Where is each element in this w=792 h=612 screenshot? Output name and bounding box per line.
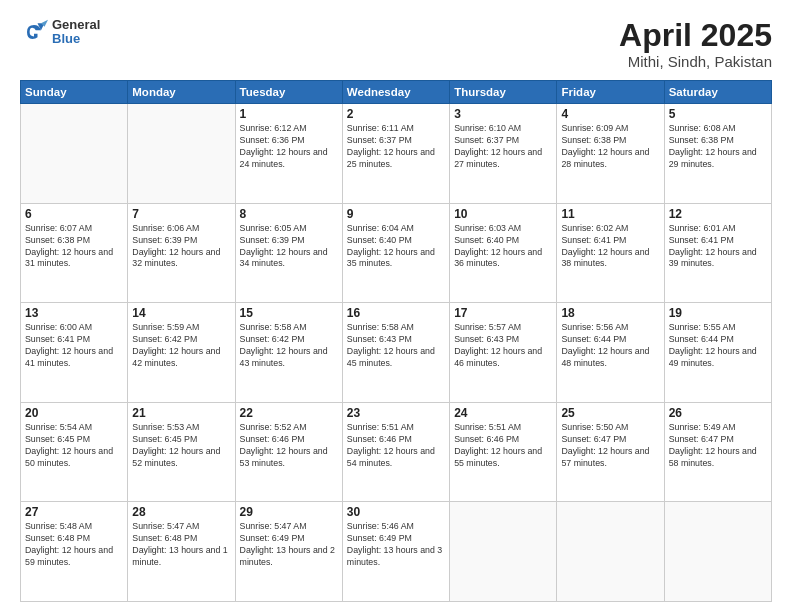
day-info: Sunrise: 6:07 AMSunset: 6:38 PMDaylight:… — [25, 223, 123, 271]
weekday-header-sunday: Sunday — [21, 81, 128, 104]
day-number: 27 — [25, 505, 123, 519]
day-info: Sunrise: 5:50 AMSunset: 6:47 PMDaylight:… — [561, 422, 659, 470]
calendar-cell: 6Sunrise: 6:07 AMSunset: 6:38 PMDaylight… — [21, 203, 128, 303]
day-number: 10 — [454, 207, 552, 221]
header: General Blue April 2025 Mithi, Sindh, Pa… — [20, 18, 772, 70]
day-info: Sunrise: 6:05 AMSunset: 6:39 PMDaylight:… — [240, 223, 338, 271]
day-info: Sunrise: 6:02 AMSunset: 6:41 PMDaylight:… — [561, 223, 659, 271]
day-info: Sunrise: 6:00 AMSunset: 6:41 PMDaylight:… — [25, 322, 123, 370]
calendar-cell: 23Sunrise: 5:51 AMSunset: 6:46 PMDayligh… — [342, 402, 449, 502]
calendar-cell: 13Sunrise: 6:00 AMSunset: 6:41 PMDayligh… — [21, 303, 128, 403]
day-number: 18 — [561, 306, 659, 320]
weekday-header-tuesday: Tuesday — [235, 81, 342, 104]
logo: General Blue — [20, 18, 100, 47]
calendar-cell: 27Sunrise: 5:48 AMSunset: 6:48 PMDayligh… — [21, 502, 128, 602]
day-number: 9 — [347, 207, 445, 221]
logo-general-text: General — [52, 18, 100, 32]
calendar-cell: 22Sunrise: 5:52 AMSunset: 6:46 PMDayligh… — [235, 402, 342, 502]
calendar-cell: 2Sunrise: 6:11 AMSunset: 6:37 PMDaylight… — [342, 104, 449, 204]
calendar-week-row: 13Sunrise: 6:00 AMSunset: 6:41 PMDayligh… — [21, 303, 772, 403]
day-number: 28 — [132, 505, 230, 519]
calendar-cell: 29Sunrise: 5:47 AMSunset: 6:49 PMDayligh… — [235, 502, 342, 602]
calendar-cell: 19Sunrise: 5:55 AMSunset: 6:44 PMDayligh… — [664, 303, 771, 403]
calendar-cell: 3Sunrise: 6:10 AMSunset: 6:37 PMDaylight… — [450, 104, 557, 204]
calendar-cell: 20Sunrise: 5:54 AMSunset: 6:45 PMDayligh… — [21, 402, 128, 502]
day-number: 22 — [240, 406, 338, 420]
calendar-cell: 15Sunrise: 5:58 AMSunset: 6:42 PMDayligh… — [235, 303, 342, 403]
day-number: 30 — [347, 505, 445, 519]
calendar-cell: 25Sunrise: 5:50 AMSunset: 6:47 PMDayligh… — [557, 402, 664, 502]
day-info: Sunrise: 5:52 AMSunset: 6:46 PMDaylight:… — [240, 422, 338, 470]
calendar-cell — [664, 502, 771, 602]
day-info: Sunrise: 5:57 AMSunset: 6:43 PMDaylight:… — [454, 322, 552, 370]
day-info: Sunrise: 5:55 AMSunset: 6:44 PMDaylight:… — [669, 322, 767, 370]
calendar-cell: 10Sunrise: 6:03 AMSunset: 6:40 PMDayligh… — [450, 203, 557, 303]
calendar-cell: 18Sunrise: 5:56 AMSunset: 6:44 PMDayligh… — [557, 303, 664, 403]
day-number: 19 — [669, 306, 767, 320]
calendar-week-row: 20Sunrise: 5:54 AMSunset: 6:45 PMDayligh… — [21, 402, 772, 502]
logo-icon — [20, 18, 48, 46]
day-info: Sunrise: 6:01 AMSunset: 6:41 PMDaylight:… — [669, 223, 767, 271]
day-info: Sunrise: 5:58 AMSunset: 6:42 PMDaylight:… — [240, 322, 338, 370]
calendar-title: April 2025 — [619, 18, 772, 53]
weekday-header-wednesday: Wednesday — [342, 81, 449, 104]
page: General Blue April 2025 Mithi, Sindh, Pa… — [0, 0, 792, 612]
calendar-week-row: 6Sunrise: 6:07 AMSunset: 6:38 PMDaylight… — [21, 203, 772, 303]
day-number: 14 — [132, 306, 230, 320]
calendar-cell: 17Sunrise: 5:57 AMSunset: 6:43 PMDayligh… — [450, 303, 557, 403]
weekday-header-monday: Monday — [128, 81, 235, 104]
day-info: Sunrise: 5:51 AMSunset: 6:46 PMDaylight:… — [347, 422, 445, 470]
day-number: 25 — [561, 406, 659, 420]
day-number: 12 — [669, 207, 767, 221]
calendar-cell — [128, 104, 235, 204]
calendar-cell: 28Sunrise: 5:47 AMSunset: 6:48 PMDayligh… — [128, 502, 235, 602]
day-number: 4 — [561, 107, 659, 121]
day-number: 24 — [454, 406, 552, 420]
calendar-cell: 4Sunrise: 6:09 AMSunset: 6:38 PMDaylight… — [557, 104, 664, 204]
weekday-header-friday: Friday — [557, 81, 664, 104]
day-info: Sunrise: 6:12 AMSunset: 6:36 PMDaylight:… — [240, 123, 338, 171]
day-info: Sunrise: 6:03 AMSunset: 6:40 PMDaylight:… — [454, 223, 552, 271]
day-info: Sunrise: 5:56 AMSunset: 6:44 PMDaylight:… — [561, 322, 659, 370]
calendar-cell: 21Sunrise: 5:53 AMSunset: 6:45 PMDayligh… — [128, 402, 235, 502]
day-number: 23 — [347, 406, 445, 420]
day-info: Sunrise: 6:10 AMSunset: 6:37 PMDaylight:… — [454, 123, 552, 171]
calendar-cell — [557, 502, 664, 602]
day-info: Sunrise: 5:54 AMSunset: 6:45 PMDaylight:… — [25, 422, 123, 470]
day-number: 13 — [25, 306, 123, 320]
calendar-cell: 8Sunrise: 6:05 AMSunset: 6:39 PMDaylight… — [235, 203, 342, 303]
day-info: Sunrise: 6:09 AMSunset: 6:38 PMDaylight:… — [561, 123, 659, 171]
calendar-header: SundayMondayTuesdayWednesdayThursdayFrid… — [21, 81, 772, 104]
weekday-header-saturday: Saturday — [664, 81, 771, 104]
day-number: 1 — [240, 107, 338, 121]
calendar-cell: 5Sunrise: 6:08 AMSunset: 6:38 PMDaylight… — [664, 104, 771, 204]
day-number: 11 — [561, 207, 659, 221]
day-number: 15 — [240, 306, 338, 320]
calendar-cell: 7Sunrise: 6:06 AMSunset: 6:39 PMDaylight… — [128, 203, 235, 303]
title-block: April 2025 Mithi, Sindh, Pakistan — [619, 18, 772, 70]
day-info: Sunrise: 5:47 AMSunset: 6:48 PMDaylight:… — [132, 521, 230, 569]
day-info: Sunrise: 6:06 AMSunset: 6:39 PMDaylight:… — [132, 223, 230, 271]
day-number: 5 — [669, 107, 767, 121]
logo-text: General Blue — [52, 18, 100, 47]
day-info: Sunrise: 5:47 AMSunset: 6:49 PMDaylight:… — [240, 521, 338, 569]
day-number: 8 — [240, 207, 338, 221]
day-info: Sunrise: 5:51 AMSunset: 6:46 PMDaylight:… — [454, 422, 552, 470]
day-number: 3 — [454, 107, 552, 121]
day-info: Sunrise: 6:04 AMSunset: 6:40 PMDaylight:… — [347, 223, 445, 271]
calendar-cell: 1Sunrise: 6:12 AMSunset: 6:36 PMDaylight… — [235, 104, 342, 204]
day-info: Sunrise: 5:46 AMSunset: 6:49 PMDaylight:… — [347, 521, 445, 569]
day-number: 16 — [347, 306, 445, 320]
day-info: Sunrise: 5:53 AMSunset: 6:45 PMDaylight:… — [132, 422, 230, 470]
day-info: Sunrise: 5:49 AMSunset: 6:47 PMDaylight:… — [669, 422, 767, 470]
day-info: Sunrise: 5:59 AMSunset: 6:42 PMDaylight:… — [132, 322, 230, 370]
calendar-subtitle: Mithi, Sindh, Pakistan — [619, 53, 772, 70]
calendar-body: 1Sunrise: 6:12 AMSunset: 6:36 PMDaylight… — [21, 104, 772, 602]
day-info: Sunrise: 5:58 AMSunset: 6:43 PMDaylight:… — [347, 322, 445, 370]
calendar-cell: 9Sunrise: 6:04 AMSunset: 6:40 PMDaylight… — [342, 203, 449, 303]
calendar-cell — [21, 104, 128, 204]
day-number: 2 — [347, 107, 445, 121]
calendar-week-row: 27Sunrise: 5:48 AMSunset: 6:48 PMDayligh… — [21, 502, 772, 602]
logo-blue-text: Blue — [52, 32, 100, 46]
calendar-cell: 30Sunrise: 5:46 AMSunset: 6:49 PMDayligh… — [342, 502, 449, 602]
